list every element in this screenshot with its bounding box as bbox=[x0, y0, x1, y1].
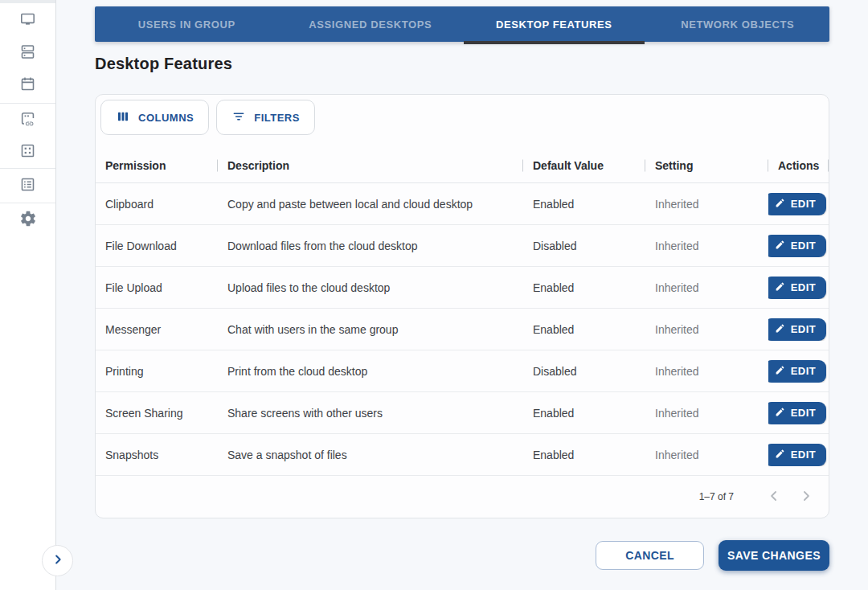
edit-button[interactable]: EDIT bbox=[768, 193, 826, 215]
columns-icon bbox=[116, 109, 130, 126]
pencil-icon bbox=[775, 407, 785, 420]
cell-permission: Screen Sharing bbox=[96, 407, 218, 420]
sidebar-group-1 bbox=[0, 3, 55, 103]
cell-setting: Inherited bbox=[645, 323, 768, 336]
edit-button[interactable]: EDIT bbox=[768, 444, 826, 466]
cell-setting: Inherited bbox=[645, 449, 768, 461]
pencil-icon bbox=[775, 198, 785, 211]
column-header-default-value[interactable]: Default Value bbox=[523, 148, 645, 182]
sidebar bbox=[0, 0, 56, 590]
edit-button-label: EDIT bbox=[791, 323, 816, 335]
table-header-row: Permission Description Default Value Set… bbox=[96, 148, 829, 183]
table-row: Printing Print from the cloud desktop Di… bbox=[96, 350, 829, 392]
cell-description: Download files from the cloud desktop bbox=[218, 240, 523, 252]
sidebar-group-3 bbox=[0, 168, 55, 203]
column-header-actions[interactable]: Actions bbox=[768, 148, 829, 182]
filters-button-label: FILTERS bbox=[254, 112, 300, 124]
page-title: Desktop Features bbox=[95, 55, 232, 73]
pagination: 1–7 of 7 bbox=[96, 476, 829, 518]
tab-network-objects[interactable]: NETWORK OBJECTS bbox=[646, 6, 830, 42]
footer-actions: CANCEL SAVE CHANGES bbox=[0, 540, 829, 571]
edit-button[interactable]: EDIT bbox=[768, 277, 826, 299]
edit-button[interactable]: EDIT bbox=[768, 318, 826, 341]
sidebar-item-schedule[interactable] bbox=[0, 69, 55, 101]
edit-button[interactable]: EDIT bbox=[768, 235, 826, 257]
chevron-left-icon bbox=[766, 488, 782, 506]
cell-default-value: Enabled bbox=[523, 449, 645, 461]
pencil-icon bbox=[775, 365, 785, 378]
edit-button[interactable]: EDIT bbox=[768, 360, 826, 383]
chevron-right-icon bbox=[798, 488, 814, 506]
tab-label: USERS IN GROUP bbox=[138, 18, 235, 31]
cell-default-value: Enabled bbox=[523, 407, 645, 420]
sidebar-item-desktops[interactable] bbox=[0, 5, 55, 37]
servers-icon bbox=[19, 43, 36, 63]
table-row: Clipboard Copy and paste between local a… bbox=[96, 183, 829, 225]
tab-bar: USERS IN GROUP ASSIGNED DESKTOPS DESKTOP… bbox=[95, 6, 829, 42]
pagination-next-button[interactable] bbox=[795, 486, 817, 508]
columns-button-label: COLUMNS bbox=[138, 112, 194, 124]
sidebar-item-servers[interactable] bbox=[0, 37, 55, 69]
tab-users-in-group[interactable]: USERS IN GROUP bbox=[95, 6, 279, 42]
edit-button-label: EDIT bbox=[791, 281, 816, 293]
cell-actions: EDIT bbox=[768, 402, 829, 424]
sidebar-item-settings[interactable] bbox=[0, 203, 55, 236]
column-header-description[interactable]: Description bbox=[218, 148, 523, 182]
cell-default-value: Enabled bbox=[523, 323, 645, 336]
apps-grid-icon bbox=[19, 142, 36, 162]
save-changes-button[interactable]: SAVE CHANGES bbox=[719, 540, 829, 571]
table-row: File Upload Upload files to the cloud de… bbox=[96, 267, 829, 309]
monitor-icon bbox=[19, 11, 36, 31]
sidebar-item-apps[interactable] bbox=[0, 136, 55, 168]
cell-setting: Inherited bbox=[645, 365, 768, 378]
cell-default-value: Enabled bbox=[523, 198, 645, 211]
edit-button-label: EDIT bbox=[791, 407, 816, 419]
tab-assigned-desktops[interactable]: ASSIGNED DESKTOPS bbox=[279, 6, 463, 42]
cell-default-value: Disabled bbox=[523, 240, 645, 252]
list-icon bbox=[19, 176, 36, 195]
cell-permission: File Download bbox=[96, 240, 218, 252]
cell-permission: Printing bbox=[96, 365, 218, 378]
edit-button[interactable]: EDIT bbox=[768, 402, 826, 424]
cell-actions: EDIT bbox=[768, 235, 829, 257]
sidebar-item-group-link[interactable] bbox=[0, 104, 55, 136]
cell-actions: EDIT bbox=[768, 444, 829, 466]
cell-default-value: Disabled bbox=[523, 365, 645, 378]
pencil-icon bbox=[775, 240, 785, 252]
edit-button-label: EDIT bbox=[791, 365, 816, 377]
cancel-button[interactable]: CANCEL bbox=[596, 541, 704, 570]
table-body: Clipboard Copy and paste between local a… bbox=[96, 183, 829, 476]
tab-label: NETWORK OBJECTS bbox=[681, 18, 794, 31]
cell-actions: EDIT bbox=[768, 360, 829, 383]
sidebar-item-list[interactable] bbox=[0, 170, 55, 202]
cell-description: Copy and paste between local and cloud d… bbox=[218, 198, 523, 211]
column-header-permission[interactable]: Permission bbox=[96, 148, 218, 182]
table-row: Messenger Chat with users in the same gr… bbox=[96, 309, 829, 350]
filter-icon bbox=[231, 109, 246, 126]
filters-button[interactable]: FILTERS bbox=[216, 100, 315, 135]
pencil-icon bbox=[775, 281, 785, 294]
cell-permission: File Upload bbox=[96, 281, 218, 294]
cell-permission: Messenger bbox=[96, 323, 218, 336]
cell-description: Save a snapshot of files bbox=[218, 449, 523, 461]
cell-default-value: Enabled bbox=[523, 281, 645, 294]
sidebar-expand-button[interactable] bbox=[42, 545, 73, 576]
columns-button[interactable]: COLUMNS bbox=[100, 100, 209, 135]
tab-desktop-features[interactable]: DESKTOP FEATURES bbox=[462, 6, 646, 42]
tab-label: ASSIGNED DESKTOPS bbox=[309, 18, 432, 31]
cell-permission: Snapshots bbox=[96, 449, 218, 461]
group-link-icon bbox=[19, 110, 37, 130]
tab-label: DESKTOP FEATURES bbox=[496, 18, 612, 31]
cell-description: Upload files to the cloud desktop bbox=[218, 281, 523, 294]
edit-button-label: EDIT bbox=[791, 198, 816, 210]
pagination-previous-button[interactable] bbox=[763, 486, 785, 508]
calendar-icon bbox=[19, 76, 36, 95]
table-row: Snapshots Save a snapshot of files Enabl… bbox=[96, 434, 829, 476]
pencil-icon bbox=[775, 323, 785, 336]
chevron-right-icon bbox=[51, 552, 65, 569]
cell-actions: EDIT bbox=[768, 277, 829, 299]
edit-button-label: EDIT bbox=[791, 449, 816, 461]
column-header-setting[interactable]: Setting bbox=[645, 148, 768, 182]
cell-actions: EDIT bbox=[768, 318, 829, 341]
cell-setting: Inherited bbox=[645, 240, 768, 252]
